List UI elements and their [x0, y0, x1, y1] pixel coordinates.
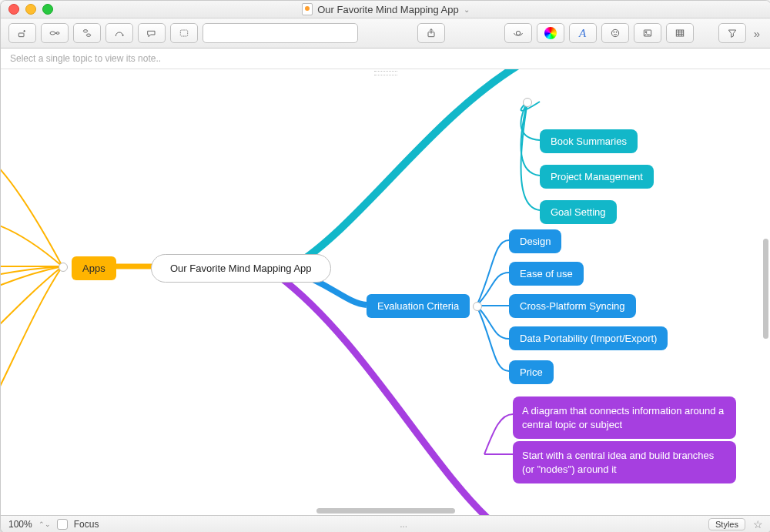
- teal-node[interactable]: Project Management: [540, 165, 654, 189]
- node-label: Ease of use: [520, 268, 573, 279]
- emoji-button[interactable]: [601, 23, 629, 43]
- note-bar[interactable]: Select a single topic to view its note..: [1, 49, 770, 69]
- central-topic-label: Our Favorite Mind Mapping App: [170, 263, 312, 274]
- share-button[interactable]: [417, 23, 445, 43]
- callout-button[interactable]: [138, 23, 166, 43]
- blue-node[interactable]: Design: [509, 229, 561, 253]
- document-icon: [302, 3, 313, 15]
- add-child-button[interactable]: [41, 23, 69, 43]
- svg-point-12: [645, 32, 647, 33]
- svg-point-4: [86, 34, 90, 36]
- node-label: Project Management: [551, 171, 643, 182]
- node-label: Cross-Platform Syncing: [520, 300, 625, 312]
- horizontal-scrollbar[interactable]: [316, 508, 455, 514]
- node-label: Evaluation Criteria: [377, 300, 459, 312]
- zoom-level[interactable]: 100%: [8, 519, 32, 530]
- color-button[interactable]: [537, 23, 564, 43]
- relationship-button[interactable]: [105, 23, 133, 43]
- window-title-text: Our Favorite Mind Mapping App: [317, 4, 459, 15]
- focus-checkbox[interactable]: [57, 519, 68, 530]
- star-icon[interactable]: ☆: [753, 518, 763, 530]
- evaluation-criteria-node[interactable]: Evaluation Criteria: [367, 294, 470, 318]
- teal-node[interactable]: Goal Setting: [540, 200, 617, 224]
- status-ellipsis: ...: [105, 519, 702, 530]
- focus-label: Focus: [74, 519, 99, 530]
- svg-point-9: [613, 32, 614, 32]
- blue-node[interactable]: Ease of use: [509, 262, 584, 286]
- svg-rect-13: [676, 30, 683, 36]
- node-label: Meeting Notes: [551, 99, 615, 110]
- chevron-down-icon[interactable]: ⌄: [464, 5, 470, 14]
- new-topic-button[interactable]: [8, 23, 36, 43]
- blue-node[interactable]: Data Portability (Import/Export): [509, 326, 668, 350]
- color-wheel-icon: [544, 27, 557, 39]
- note-placeholder: Select a single topic to view its note..: [10, 53, 161, 64]
- app-window: Our Favorite Mind Mapping App ⌄ A » Sele…: [0, 0, 770, 532]
- node-label: Price: [520, 366, 543, 378]
- svg-point-10: [616, 32, 617, 32]
- purple-node[interactable]: A diagram that connects information arou…: [513, 396, 736, 439]
- node-label: Start with a central idea and build bran…: [522, 450, 714, 475]
- boundary-button[interactable]: [170, 23, 198, 43]
- svg-point-8: [611, 29, 618, 36]
- status-bar: 100% ⌃⌄ Focus ... Styles ☆: [1, 515, 770, 532]
- svg-rect-5: [180, 30, 187, 36]
- apps-node[interactable]: Apps: [72, 256, 116, 280]
- search-field[interactable]: [203, 23, 358, 43]
- branch-joint[interactable]: [59, 263, 68, 272]
- node-label: Apps: [82, 263, 105, 274]
- svg-rect-0: [18, 33, 24, 37]
- node-label: Data Portability (Import/Export): [520, 333, 657, 344]
- branch-joint[interactable]: [523, 98, 532, 107]
- svg-point-1: [50, 32, 55, 35]
- window-title: Our Favorite Mind Mapping App ⌄: [1, 3, 770, 15]
- titlebar: Our Favorite Mind Mapping App ⌄: [1, 1, 770, 18]
- image-button[interactable]: [634, 23, 661, 43]
- chevron-up-down-icon[interactable]: ⌃⌄: [38, 520, 51, 528]
- font-icon: A: [579, 27, 586, 40]
- node-label: Book Summaries: [551, 136, 627, 147]
- branch-joint[interactable]: [473, 302, 482, 311]
- teal-node[interactable]: Book Summaries: [540, 129, 638, 153]
- purple-node[interactable]: Start with a central idea and build bran…: [513, 441, 736, 483]
- add-sibling-button[interactable]: [73, 23, 101, 43]
- svg-point-3: [83, 30, 87, 32]
- blue-node[interactable]: Price: [509, 360, 554, 384]
- theme-button[interactable]: [504, 23, 532, 43]
- font-button[interactable]: A: [569, 23, 597, 43]
- node-label: A diagram that connects information arou…: [522, 405, 724, 430]
- node-label: Goal Setting: [551, 206, 606, 218]
- blue-node[interactable]: Cross-Platform Syncing: [509, 294, 636, 318]
- filter-button[interactable]: [718, 23, 746, 43]
- central-topic[interactable]: Our Favorite Mind Mapping App: [151, 254, 331, 283]
- canvas[interactable]: Our Favorite Mind Mapping App Apps Meeti…: [1, 69, 770, 515]
- node-label: Design: [520, 236, 551, 247]
- styles-button[interactable]: Styles: [708, 518, 745, 530]
- svg-point-7: [516, 31, 520, 35]
- toolbar-overflow-icon[interactable]: »: [751, 27, 763, 40]
- grid-button[interactable]: [666, 23, 694, 43]
- vertical-scrollbar[interactable]: [763, 239, 768, 339]
- toolbar: A »: [1, 18, 770, 49]
